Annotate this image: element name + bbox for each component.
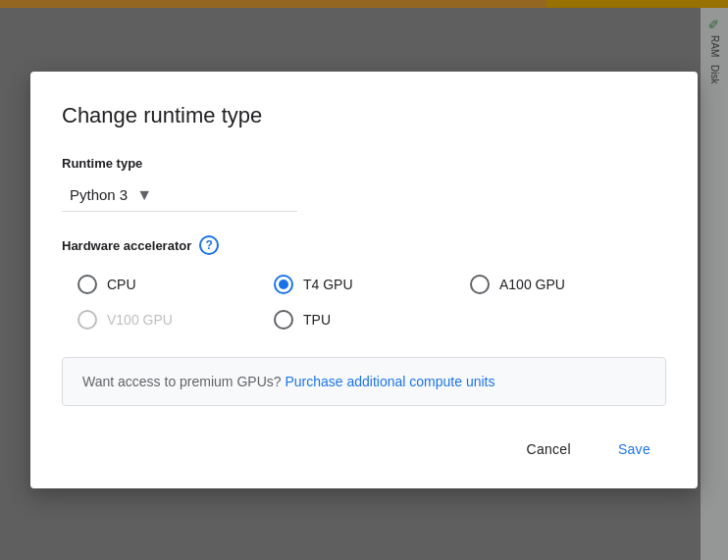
radio-t4gpu[interactable] xyxy=(274,275,293,294)
runtime-type-select[interactable]: Python 3 Python 2 xyxy=(62,182,160,207)
radio-item-t4gpu[interactable]: T4 GPU xyxy=(274,275,470,294)
radio-v100gpu xyxy=(78,310,97,330)
dialog-title: Change runtime type xyxy=(62,103,666,128)
radio-item-cpu[interactable]: CPU xyxy=(78,275,274,294)
accelerator-options: CPU T4 GPU A100 GPU V100 GPU TPU xyxy=(62,275,666,330)
radio-item-tpu[interactable]: TPU xyxy=(274,310,470,330)
runtime-divider xyxy=(62,211,297,212)
radio-item-v100gpu: V100 GPU xyxy=(78,310,274,330)
dialog-actions: Cancel Save xyxy=(62,433,666,465)
radio-item-a100gpu[interactable]: A100 GPU xyxy=(470,275,666,294)
save-button[interactable]: Save xyxy=(602,433,666,465)
overlay: Change runtime type Runtime type Python … xyxy=(0,0,728,560)
premium-notice-text: Want access to premium GPUs? xyxy=(82,374,282,389)
premium-link[interactable]: Purchase additional compute units xyxy=(285,374,494,389)
help-icon[interactable]: ? xyxy=(199,235,219,255)
radio-cpu[interactable] xyxy=(78,275,97,294)
radio-label-v100gpu: V100 GPU xyxy=(107,312,173,328)
radio-tpu[interactable] xyxy=(274,310,293,330)
change-runtime-dialog: Change runtime type Runtime type Python … xyxy=(30,72,698,488)
radio-label-t4gpu: T4 GPU xyxy=(303,277,353,292)
radio-label-a100gpu: A100 GPU xyxy=(499,277,565,292)
cancel-button[interactable]: Cancel xyxy=(510,433,586,465)
hw-accelerator-label: Hardware accelerator xyxy=(62,238,191,253)
runtime-select-wrapper[interactable]: Python 3 Python 2 ▼ xyxy=(62,182,160,207)
hw-label-row: Hardware accelerator ? xyxy=(62,235,666,255)
runtime-type-label: Runtime type xyxy=(62,156,666,171)
radio-label-cpu: CPU xyxy=(107,277,136,292)
premium-notice: Want access to premium GPUs? Purchase ad… xyxy=(62,357,666,406)
radio-label-tpu: TPU xyxy=(303,312,331,328)
radio-a100gpu[interactable] xyxy=(470,275,490,294)
